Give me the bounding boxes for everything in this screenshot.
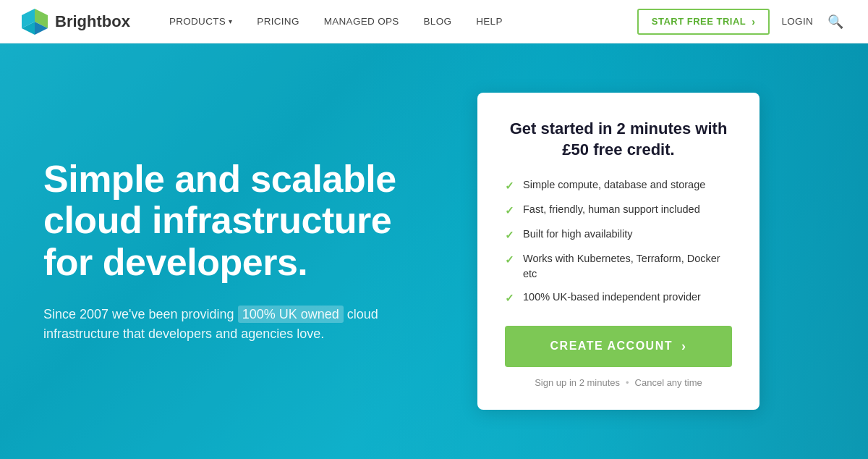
feature-item: ✓Built for high availability: [505, 227, 732, 243]
feature-text: 100% UK-based independent provider: [523, 290, 701, 304]
feature-item: ✓Fast, friendly, human support included: [505, 202, 732, 218]
search-button[interactable]: 🔍: [825, 11, 846, 33]
features-list: ✓Simple compute, database and storage✓Fa…: [505, 177, 732, 306]
arrow-right-icon: ›: [681, 339, 687, 354]
signup-card: Get started in 2 minutes with £50 free c…: [477, 93, 760, 410]
cancel-text: Cancel any time: [635, 377, 702, 388]
feature-item: ✓Simple compute, database and storage: [505, 177, 732, 193]
subtext-highlight: 100% UK owned: [238, 306, 344, 323]
check-icon: ✓: [505, 227, 514, 243]
nav-pricing[interactable]: PRICING: [247, 10, 309, 33]
logo-area[interactable]: Brightbox: [22, 9, 130, 35]
chevron-right-icon: ›: [752, 16, 755, 28]
brightbox-logo-icon: [22, 9, 48, 35]
trial-button-label: START FREE TRIAL: [652, 16, 746, 27]
check-icon: ✓: [505, 203, 514, 218]
header: Brightbox PRODUCTS ▾ PRICING MANAGED OPS…: [0, 0, 868, 43]
create-account-button[interactable]: CREATE ACCOUNT ›: [505, 326, 732, 367]
dot-separator: •: [626, 377, 629, 388]
hero-subtext: Since 2007 we've been providing 100% UK …: [43, 305, 448, 344]
feature-text: Fast, friendly, human support included: [523, 202, 700, 216]
hero-section: Simple and scalable cloud infrastructure…: [0, 43, 868, 459]
check-icon: ✓: [505, 252, 514, 267]
check-icon: ✓: [505, 290, 514, 306]
nav-blog[interactable]: BLOG: [414, 10, 462, 33]
card-title: Get started in 2 minutes with £50 free c…: [505, 119, 732, 160]
feature-text: Built for high availability: [523, 227, 633, 241]
main-nav: PRODUCTS ▾ PRICING MANAGED OPS BLOG HELP: [159, 10, 637, 33]
hero-left: Simple and scalable cloud infrastructure…: [43, 159, 448, 344]
create-account-label: CREATE ACCOUNT: [550, 340, 673, 353]
chevron-down-icon: ▾: [229, 17, 232, 25]
nav-help[interactable]: HELP: [466, 10, 512, 33]
logo-text: Brightbox: [55, 12, 130, 31]
feature-text: Works with Kubernetes, Terraform, Docker…: [523, 251, 732, 281]
card-footer: Sign up in 2 minutes • Cancel any time: [505, 377, 732, 388]
header-right: START FREE TRIAL › LOGIN 🔍: [637, 9, 846, 35]
start-free-trial-button[interactable]: START FREE TRIAL ›: [637, 9, 770, 35]
feature-text: Simple compute, database and storage: [523, 177, 705, 192]
login-link[interactable]: LOGIN: [781, 16, 813, 27]
nav-managed-ops[interactable]: MANAGED OPS: [314, 10, 409, 33]
feature-item: ✓100% UK-based independent provider: [505, 290, 732, 306]
hero-headline: Simple and scalable cloud infrastructure…: [43, 159, 448, 283]
feature-item: ✓Works with Kubernetes, Terraform, Docke…: [505, 251, 732, 281]
subtext-before: Since 2007 we've been providing: [43, 307, 238, 321]
nav-products[interactable]: PRODUCTS ▾: [159, 10, 242, 33]
signup-time-text: Sign up in 2 minutes: [535, 377, 620, 388]
hero-content: Simple and scalable cloud infrastructure…: [0, 93, 868, 410]
check-icon: ✓: [505, 178, 514, 193]
search-icon: 🔍: [827, 14, 843, 29]
